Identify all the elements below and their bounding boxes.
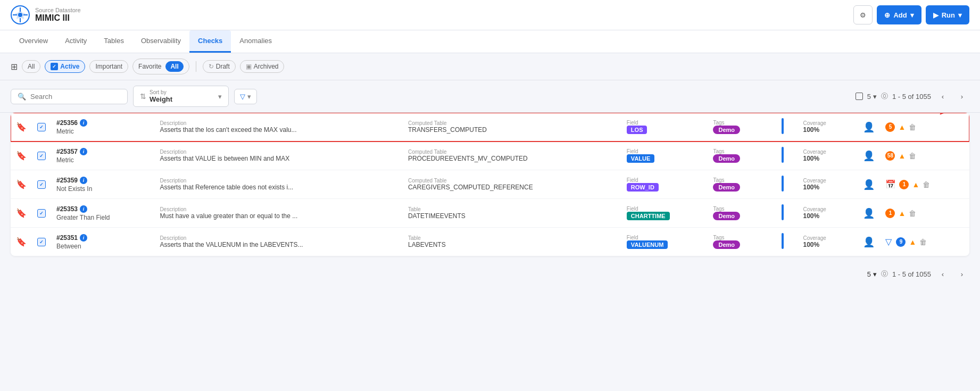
delete-button[interactable]: 🗑 [909,209,916,218]
grid-view-icon[interactable] [856,93,863,100]
check-id-text: #25356 [56,119,78,127]
alert-count-badge: 1 [899,180,909,189]
row-checkbox[interactable] [37,209,46,218]
search-input[interactable] [30,93,121,101]
filter-button[interactable]: ▽ ▾ [234,89,257,104]
filter-all[interactable]: All [22,60,40,73]
row-checkbox[interactable] [37,238,46,246]
layers-icon: ⊞ [11,62,18,72]
filter-draft[interactable]: ↻ Draft [203,60,236,73]
funnel-icon: ▽ [240,93,245,101]
tab-tables[interactable]: Tables [95,30,132,53]
calendar-icon[interactable]: 📅 [885,179,896,189]
svg-point-1 [18,13,22,17]
field-cell: Field LOS [621,113,708,142]
info-icon[interactable]: i [80,205,87,213]
bookmark-cell: 🔖 [11,142,32,170]
filter-chevron-icon: ▾ [247,93,251,101]
field-label: Field [627,148,703,154]
tags-cell: Tags Demo [708,228,776,256]
tab-checks[interactable]: Checks [189,30,231,53]
next-page-button[interactable]: › [954,89,969,104]
tag-badge: Demo [713,240,740,249]
coverage-value: 100% [803,184,852,191]
computed-table-label: Table [408,206,616,212]
delete-button[interactable]: 🗑 [919,238,927,246]
table-row: 🔖 #25353 i Greater Than Field Descriptio… [11,199,969,228]
page-size-select-bottom[interactable]: 5 ▾ [867,270,877,278]
nav-tabs: Overview Activity Tables Observability C… [0,30,980,53]
coverage-label: Coverage [803,149,852,155]
active-checkbox [51,63,58,70]
checkbox-cell[interactable] [32,228,51,256]
computed-table-label: Computed Table [408,178,616,184]
tags-cell: Tags Demo [708,142,776,170]
header-left: Source Datastore MIMIC III [11,5,81,24]
coverage-label: Coverage [803,206,852,212]
tab-overview[interactable]: Overview [11,30,56,53]
checkbox-cell[interactable] [32,142,51,170]
next-page-button-bottom[interactable]: › [954,267,969,281]
bookmark-cell: 🔖 [11,170,32,199]
alert-count-badge: 5 [885,122,895,132]
filter-row-icon[interactable]: ▽ [885,237,892,247]
field-badge: LOS [627,126,647,134]
coverage-value: 100% [803,212,852,220]
add-button[interactable]: ⊕ Add ▾ [877,5,921,24]
computed-table-name: CAREGIVERS_COMPUTED_REFERENCE [408,184,616,191]
description-text: Asserts that Reference table does not ex… [160,184,397,191]
prev-page-button[interactable]: ‹ [935,89,950,104]
table-container: 🔖 #25356 i Metric Description Asserts th… [0,113,980,261]
description-cell: Description Asserts that the VALUENUM in… [154,228,403,256]
coverage-bar-cell [776,142,798,170]
info-icon[interactable]: i [80,234,87,242]
page-size-select[interactable]: 5 ▾ [867,93,877,101]
search-icon: 🔍 [18,93,26,101]
description-text: Asserts that the los can't exceed the MA… [160,126,397,134]
pagination-top: 5 ▾ ⓪ 1 - 5 of 1055 ‹ › [856,89,969,104]
filter-important[interactable]: Important [89,60,128,73]
filter-favorite[interactable]: Favorite All [132,59,189,74]
computed-table-label: Computed Table [408,149,616,155]
tab-activity[interactable]: Activity [56,30,95,53]
checkbox-cell[interactable] [32,113,51,142]
person-cell[interactable]: 👤 [858,228,880,256]
id-type-cell: #25357 i Metric [51,142,154,170]
row-checkbox[interactable] [37,123,46,131]
prev-page-button-bottom[interactable]: ‹ [935,267,950,281]
tab-observability[interactable]: Observability [132,30,189,53]
person-cell[interactable]: 👤 [858,199,880,228]
field-cell: Field ROW_ID [621,170,708,199]
settings-button[interactable]: ⚙ [853,5,873,24]
description-text: Asserts that VALUE is between MIN and MA… [160,155,397,162]
filter-bar: ⊞ All Active Important Favorite All ↻ Dr… [0,53,980,80]
search-box[interactable]: 🔍 [11,89,128,104]
sort-dropdown[interactable]: ⇅ Sort by Weight ▾ [133,86,229,107]
person-cell[interactable]: 👤 [858,113,880,142]
computed-table-name: LABEVENTS [408,241,616,248]
run-button[interactable]: ▶ Run ▾ [926,5,969,24]
person-cell[interactable]: 👤 [858,142,880,170]
coverage-bar [782,147,784,163]
table-cell: Computed Table PROCEDUREEVENTS_MV_COMPUT… [403,142,621,170]
delete-button[interactable]: 🗑 [923,180,930,189]
info-icon[interactable]: i [80,177,87,184]
info-icon[interactable]: i [80,148,87,155]
filter-archived[interactable]: ▣ Archived [240,60,285,73]
coverage-label: Coverage [803,235,852,241]
row-checkbox[interactable] [37,180,46,189]
row-checkbox[interactable] [37,152,46,160]
delete-button[interactable]: 🗑 [909,152,916,160]
person-icon: 👤 [863,208,875,219]
checkbox-cell[interactable] [32,170,51,199]
add-chevron-icon: ▾ [910,11,914,19]
checkbox-cell[interactable] [32,199,51,228]
filter-active-label: Active [60,63,79,70]
person-cell[interactable]: 👤 [858,170,880,199]
delete-button[interactable]: 🗑 [909,123,916,131]
info-icon[interactable]: i [80,119,87,127]
tab-anomalies[interactable]: Anomalies [231,30,280,53]
coverage-label: Coverage [803,120,852,126]
filter-favorite-all[interactable]: All [165,61,183,72]
filter-active[interactable]: Active [45,60,85,73]
